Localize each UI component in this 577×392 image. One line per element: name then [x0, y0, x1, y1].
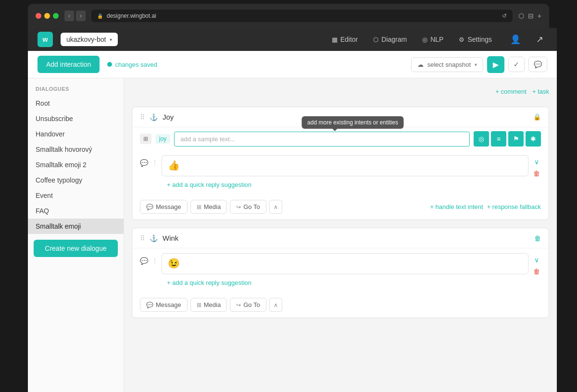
settings-nav-item[interactable]: ⚙ Settings: [452, 32, 499, 47]
wink-drag-handle-icon[interactable]: ⠿: [140, 234, 145, 242]
sidebar-item-root[interactable]: Root: [28, 96, 124, 111]
intent-action-buttons: ◎ ≡ ⚑ ✱: [474, 131, 541, 147]
sidebar-item-smalltalk-emoji[interactable]: Smalltalk emoji: [28, 219, 124, 234]
drag-handle-icon[interactable]: ⠿: [140, 113, 145, 121]
share-button[interactable]: ↗: [532, 30, 547, 49]
chat-small-icon: 💬: [146, 204, 153, 210]
validate-button[interactable]: ✓: [508, 57, 525, 72]
editor-nav-item[interactable]: ▦ Editor: [325, 32, 365, 47]
joy-response-row: 💬 ⋮ 👍 ∨ 🗑: [140, 155, 541, 178]
collapse-response-button[interactable]: ∨: [532, 157, 541, 167]
goto-button-wink[interactable]: ↪ Go To: [230, 298, 266, 312]
delete-response-button[interactable]: 🗑: [532, 169, 541, 178]
add-task-link[interactable]: + task: [532, 88, 549, 95]
url-text: designer.wingbot.ai: [107, 12, 156, 19]
goto-button-joy[interactable]: ↪ Go To: [230, 200, 266, 214]
add-comment-link[interactable]: + comment: [495, 88, 527, 95]
settings-label: Settings: [467, 36, 492, 43]
media-button-wink[interactable]: ⊞ Media: [190, 298, 227, 312]
wink-chat-bubble-icon: 💬: [140, 257, 148, 265]
wink-card-header: ⠿ ⚓ Wink 🗑: [132, 228, 549, 248]
wink-card-footer: 💬 Message ⊞ Media ↪ Go To ∧: [132, 294, 549, 318]
saved-dot-icon: [107, 62, 112, 67]
message-button-joy[interactable]: 💬 Message: [140, 200, 188, 214]
wink-collapse-button[interactable]: ∨: [532, 255, 541, 265]
message-button-wink[interactable]: 💬 Message: [140, 298, 188, 312]
chevron-down-icon: ▾: [110, 37, 112, 42]
wink-response-textarea[interactable]: 😉: [162, 253, 528, 274]
wink-link-icon: ⚓: [150, 234, 158, 242]
reload-button[interactable]: ↺: [502, 12, 507, 19]
add-interaction-button[interactable]: Add interaction: [38, 56, 100, 73]
sidebar-item-event[interactable]: Event: [28, 188, 124, 203]
bot-selector[interactable]: ukazkovy-bot ▾: [61, 33, 118, 46]
traffic-lights: [36, 13, 59, 19]
forward-button[interactable]: ›: [76, 11, 86, 21]
diagram-label: Diagram: [381, 36, 407, 43]
add-quick-reply-joy[interactable]: + add a quick reply suggestion: [167, 178, 541, 191]
changes-saved-status: changes saved: [107, 61, 157, 68]
sidebar-item-unsubscribe[interactable]: Unsubscribe: [28, 111, 124, 126]
collapse-button-joy[interactable]: ∧: [269, 200, 282, 214]
joy-intent-row: ⊞ joy add more existing intents or entit…: [132, 127, 549, 150]
publish-button[interactable]: ▶: [487, 56, 504, 73]
chat-button[interactable]: 💬: [528, 57, 547, 72]
snapshot-label: select snapshot: [427, 61, 471, 68]
intent-text-input[interactable]: [174, 132, 470, 147]
app: w ukazkovy-bot ▾ ▦ Editor ⬡ Diagram ◎ NL…: [28, 28, 557, 392]
add-tab-icon[interactable]: +: [538, 12, 541, 20]
editor-label: Editor: [340, 36, 358, 43]
handle-text-intent-link[interactable]: + handle text intent: [430, 203, 483, 210]
collapse-button-wink[interactable]: ∧: [269, 298, 282, 312]
snapshot-selector[interactable]: ☁ select snapshot ▾: [411, 57, 483, 72]
nav-buttons: ‹ ›: [64, 11, 86, 21]
diagram-nav-item[interactable]: ⬡ Diagram: [366, 32, 414, 47]
wink-delete-button[interactable]: 🗑: [532, 267, 541, 276]
media-button-joy[interactable]: ⊞ Media: [190, 200, 227, 214]
intent-star-button[interactable]: ✱: [526, 131, 541, 147]
saved-text: changes saved: [115, 61, 157, 68]
nav-items: ▦ Editor ⬡ Diagram ◎ NLP ⚙ Settings: [325, 32, 499, 47]
user-profile-button[interactable]: 👤: [506, 30, 525, 49]
settings-icon: ⚙: [459, 36, 464, 43]
lock-icon: 🔒: [533, 113, 541, 121]
sidebar-item-smalltalk-emoji2[interactable]: Smalltalk emoji 2: [28, 157, 124, 172]
new-window-icon[interactable]: ⬡: [518, 12, 524, 20]
sidebar-item-faq[interactable]: FAQ: [28, 203, 124, 219]
maximize-traffic-light[interactable]: [53, 13, 59, 19]
response-fallback-link[interactable]: + response fallback: [487, 203, 541, 210]
response-controls: ∨ 🗑: [532, 157, 541, 178]
address-bar: 🔒 designer.wingbot.ai ↺: [91, 10, 513, 22]
editor-icon: ▦: [332, 36, 338, 43]
intent-list-button[interactable]: ≡: [491, 131, 506, 147]
joy-card: ⠿ ⚓ Joy 🔒 ⊞ joy add more existing intent…: [132, 107, 549, 220]
wink-response-area: 💬 ⋮ 😉 ∨ 🗑 + add a quick reply suggestion: [132, 248, 549, 294]
delete-wink-button[interactable]: 🗑: [534, 234, 541, 242]
close-traffic-light[interactable]: [36, 13, 41, 19]
joy-footer-right: + handle text intent + response fallback: [430, 203, 541, 210]
joy-footer-left: 💬 Message ⊞ Media ↪ Go To ∧: [140, 200, 282, 214]
browser-chrome: ‹ › 🔒 designer.wingbot.ai ↺ ⬡ ⊟ +: [28, 4, 549, 22]
nlp-nav-item[interactable]: ◎ NLP: [415, 32, 450, 47]
sidebar-item-smalltalk-hovorovy[interactable]: Smalltalk hovorový: [28, 142, 124, 157]
dialogues-section-title: DIALOGUES: [28, 86, 124, 96]
wink-response-options-icon[interactable]: ⋮: [152, 257, 158, 264]
bot-name: ukazkovy-bot: [66, 36, 106, 43]
response-options-icon[interactable]: ⋮: [152, 159, 158, 166]
create-dialogue-button[interactable]: Create new dialogue: [34, 240, 118, 257]
comment-task-bar: + comment + task: [132, 86, 549, 97]
joy-response-textarea[interactable]: 👍: [162, 155, 528, 176]
sidebar-item-coffee[interactable]: Coffee typology: [28, 172, 124, 188]
add-quick-reply-wink[interactable]: + add a quick reply suggestion: [167, 276, 541, 289]
wink-card: ⠿ ⚓ Wink 🗑 💬 ⋮ 😉 ∨ 🗑: [132, 228, 549, 318]
main-layout: DIALOGUES Root Unsubscribe Handover Smal…: [28, 78, 557, 392]
intent-save-button[interactable]: ◎: [474, 131, 489, 147]
image-button[interactable]: ⊞: [140, 134, 151, 144]
minimize-traffic-light[interactable]: [44, 13, 50, 19]
add-intents-tooltip: add more existing intents or entities: [301, 116, 404, 129]
goto-label: Go To: [243, 203, 260, 210]
split-view-icon[interactable]: ⊟: [528, 12, 534, 20]
back-button[interactable]: ‹: [64, 11, 74, 21]
sidebar-item-handover[interactable]: Handover: [28, 126, 124, 142]
intent-tag-button[interactable]: ⚑: [508, 131, 524, 147]
